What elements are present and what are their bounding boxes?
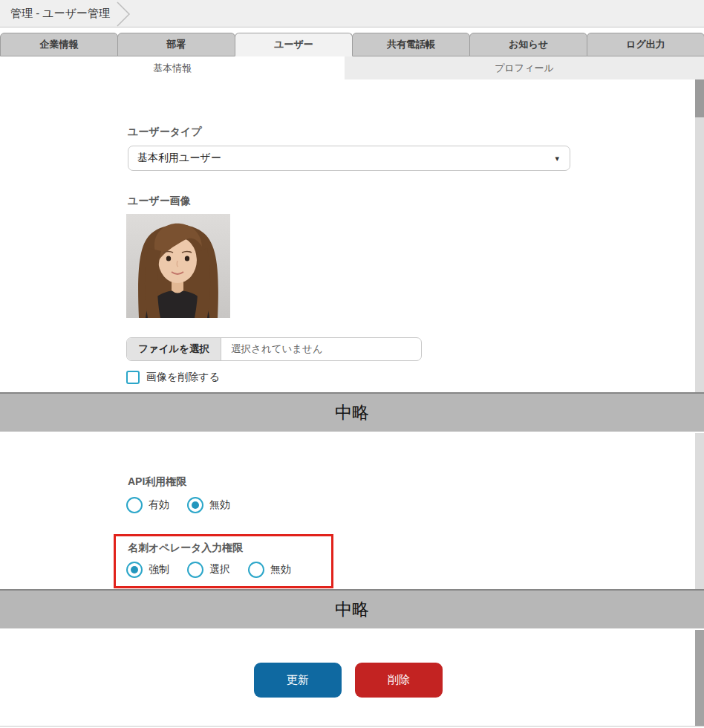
- main-tab-bar: 企業情報 部署 ユーザー 共有電話帳 お知らせ ログ出力: [0, 33, 704, 56]
- radio-api-enabled[interactable]: 有効: [126, 497, 169, 513]
- radio-label: 無効: [270, 563, 291, 576]
- card-operator-permission-options: 強制 選択 無効: [126, 562, 309, 578]
- vertical-scrollbar-track[interactable]: [695, 433, 704, 589]
- omitted-band-label: 中略: [335, 401, 369, 424]
- user-image-label: ユーザー画像: [128, 195, 191, 208]
- radio-label: 無効: [209, 498, 230, 512]
- breadcrumb: 管理 - ユーザー管理: [10, 7, 110, 21]
- file-status-text: 選択されていません: [221, 338, 323, 360]
- radio-api-disabled[interactable]: 無効: [187, 497, 230, 513]
- radio-button[interactable]: [126, 562, 143, 578]
- vertical-scrollbar-segment[interactable]: [695, 630, 704, 726]
- radio-label: 有効: [149, 498, 169, 512]
- tab-log-export[interactable]: ログ出力: [587, 33, 704, 56]
- breadcrumb-chevron-icon: [116, 1, 132, 27]
- radio-operator-select[interactable]: 選択: [187, 562, 230, 578]
- user-type-label: ユーザータイプ: [128, 126, 202, 139]
- tab-shared-phonebook[interactable]: 共有電話帳: [352, 33, 470, 56]
- sub-tab-bar: 基本情報 プロフィール: [0, 56, 704, 79]
- card-operator-permission-label: 名刺オペレータ入力権限: [128, 542, 243, 555]
- delete-button[interactable]: 削除: [355, 663, 443, 698]
- subtab-profile[interactable]: プロフィール: [345, 56, 704, 79]
- user-type-value: 基本利用ユーザー: [137, 152, 221, 165]
- choose-file-button[interactable]: ファイルを選択: [127, 338, 221, 360]
- tab-department[interactable]: 部署: [117, 33, 235, 56]
- omitted-band-label: 中略: [335, 598, 369, 621]
- omitted-band: 中略: [0, 589, 704, 628]
- page-header: 管理 - ユーザー管理: [0, 0, 704, 27]
- tab-company-info[interactable]: 企業情報: [0, 33, 118, 56]
- tab-user[interactable]: ユーザー: [235, 33, 353, 56]
- api-permission-options: 有効 無効: [126, 497, 248, 513]
- radio-label: 選択: [209, 563, 230, 576]
- bottom-border: [0, 726, 704, 727]
- radio-button[interactable]: [248, 562, 264, 578]
- api-permission-label: API利用権限: [128, 475, 186, 489]
- radio-label: 強制: [149, 563, 169, 576]
- user-type-select[interactable]: 基本利用ユーザー ▾: [128, 146, 570, 171]
- radio-operator-disabled[interactable]: 無効: [248, 562, 291, 578]
- image-file-input: ファイルを選択 選択されていません: [126, 337, 422, 361]
- subtab-basic-info[interactable]: 基本情報: [0, 56, 345, 79]
- radio-button[interactable]: [187, 562, 203, 578]
- chevron-down-icon: ▾: [555, 154, 559, 163]
- delete-image-checkbox[interactable]: [126, 371, 140, 384]
- vertical-scrollbar-track[interactable]: [695, 117, 704, 392]
- omitted-band: 中略: [0, 392, 704, 432]
- delete-image-row: 画像を削除する: [126, 371, 220, 384]
- user-photo: [126, 214, 230, 318]
- tab-notice[interactable]: お知らせ: [469, 33, 587, 56]
- update-button[interactable]: 更新: [254, 663, 342, 698]
- radio-operator-forced[interactable]: 強制: [126, 562, 169, 578]
- radio-button[interactable]: [187, 497, 203, 513]
- delete-image-label: 画像を削除する: [146, 371, 220, 384]
- radio-button[interactable]: [126, 497, 143, 513]
- vertical-scrollbar-thumb[interactable]: [695, 79, 704, 117]
